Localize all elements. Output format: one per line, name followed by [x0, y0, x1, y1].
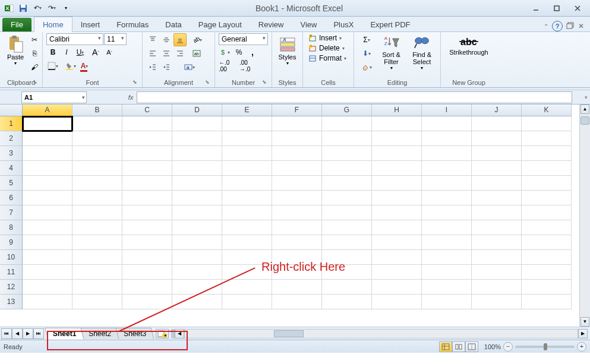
cell[interactable] — [522, 280, 572, 295]
cell[interactable] — [72, 205, 122, 220]
cell[interactable] — [72, 220, 122, 235]
cell[interactable] — [422, 205, 472, 220]
cell[interactable] — [522, 191, 572, 205]
cell[interactable] — [472, 220, 522, 235]
font-size-select[interactable]: 11 — [104, 33, 127, 45]
prev-sheet-button[interactable]: ◀ — [12, 328, 23, 339]
cell[interactable] — [122, 250, 172, 265]
cell[interactable] — [172, 235, 222, 250]
sheet-tab[interactable]: Sheet3 — [116, 328, 154, 339]
row-header[interactable]: 9 — [0, 235, 23, 250]
cell[interactable] — [122, 161, 172, 176]
cell[interactable] — [372, 161, 422, 176]
cell[interactable] — [322, 220, 372, 235]
cell[interactable] — [23, 161, 72, 176]
redo-button[interactable]: ↷ — [45, 2, 58, 14]
increase-indent-button[interactable] — [160, 61, 173, 74]
row-header[interactable]: 5 — [0, 176, 23, 191]
cell[interactable] — [172, 295, 222, 309]
align-middle-button[interactable] — [160, 33, 173, 46]
cell[interactable] — [222, 205, 272, 220]
copy-button[interactable]: ⎘ — [28, 47, 41, 60]
minimize-button[interactable] — [526, 2, 546, 15]
cell[interactable] — [372, 295, 422, 309]
cell[interactable] — [422, 280, 472, 295]
cell[interactable] — [272, 220, 322, 235]
help-icon[interactable]: ? — [552, 21, 563, 31]
row-header[interactable]: 12 — [0, 280, 23, 295]
cell[interactable] — [122, 176, 172, 191]
row-header[interactable]: 11 — [0, 265, 23, 280]
bold-button[interactable]: B — [46, 46, 59, 59]
maximize-button[interactable] — [547, 2, 567, 15]
cell[interactable] — [122, 131, 172, 146]
cell[interactable] — [23, 205, 72, 220]
cell[interactable] — [172, 191, 222, 205]
vertical-scrollbar[interactable]: ▲ ▼ — [579, 105, 590, 327]
cell[interactable] — [122, 146, 172, 161]
column-header[interactable]: A — [23, 105, 72, 116]
increase-font-button[interactable]: Aˆ — [89, 46, 102, 59]
close-workbook-icon[interactable]: ✕ — [578, 22, 584, 30]
cell[interactable] — [72, 191, 122, 205]
cell[interactable] — [72, 235, 122, 250]
cell[interactable] — [222, 191, 272, 205]
cell[interactable] — [122, 116, 172, 131]
cell[interactable] — [422, 161, 472, 176]
restore-workbook-icon[interactable] — [566, 22, 575, 30]
cell[interactable] — [422, 191, 472, 205]
name-box[interactable]: A1 — [21, 91, 87, 103]
cell[interactable] — [322, 176, 372, 191]
new-sheet-button[interactable]: ✶ — [156, 329, 169, 338]
strikethrough-button[interactable]: abc Strikethrough — [444, 33, 493, 57]
cell[interactable] — [72, 295, 122, 309]
cell[interactable] — [272, 265, 322, 280]
cell[interactable] — [122, 205, 172, 220]
cell[interactable] — [272, 176, 322, 191]
cell[interactable] — [122, 265, 172, 280]
column-header[interactable]: C — [122, 105, 172, 116]
cell[interactable] — [172, 205, 222, 220]
first-sheet-button[interactable]: ⏮ — [1, 328, 12, 339]
cell[interactable] — [222, 146, 272, 161]
cell[interactable] — [372, 250, 422, 265]
align-right-button[interactable] — [173, 47, 187, 60]
cell[interactable] — [422, 176, 472, 191]
zoom-out-button[interactable]: − — [503, 342, 513, 352]
find-select-button[interactable]: Find & Select▾ — [407, 33, 437, 78]
excel-icon[interactable]: X — [2, 2, 15, 14]
column-header[interactable]: K — [522, 105, 572, 116]
cell[interactable] — [522, 220, 572, 235]
border-button[interactable] — [46, 59, 59, 72]
row-header[interactable]: 3 — [0, 146, 23, 161]
vscroll-thumb[interactable] — [580, 116, 589, 125]
cell[interactable] — [522, 176, 572, 191]
cell[interactable] — [372, 235, 422, 250]
wrap-text-button[interactable]: ab — [190, 47, 203, 60]
tab-insert[interactable]: Insert — [72, 17, 109, 31]
cell[interactable] — [522, 205, 572, 220]
tab-view[interactable]: View — [292, 17, 325, 31]
cell[interactable] — [272, 146, 322, 161]
number-format-select[interactable]: General — [219, 33, 268, 45]
cell[interactable] — [472, 295, 522, 309]
cell[interactable] — [422, 265, 472, 280]
cell[interactable] — [522, 146, 572, 161]
cell[interactable] — [222, 295, 272, 309]
underline-button[interactable]: U — [74, 46, 87, 59]
format-painter-button[interactable]: 🖌 — [28, 61, 41, 74]
cell[interactable] — [322, 235, 372, 250]
cell[interactable] — [122, 220, 172, 235]
cell[interactable] — [172, 280, 222, 295]
fill-color-button[interactable] — [64, 59, 77, 72]
column-header[interactable]: E — [222, 105, 272, 116]
cell[interactable] — [172, 176, 222, 191]
hscroll-thumb[interactable] — [274, 330, 304, 337]
cell[interactable] — [23, 131, 72, 146]
row-header[interactable]: 10 — [0, 250, 23, 265]
cell[interactable] — [23, 265, 72, 280]
tab-expert-pdf[interactable]: Expert PDF — [362, 17, 418, 31]
cell[interactable] — [122, 280, 172, 295]
cells-area[interactable] — [23, 116, 579, 327]
cell[interactable] — [122, 191, 172, 205]
